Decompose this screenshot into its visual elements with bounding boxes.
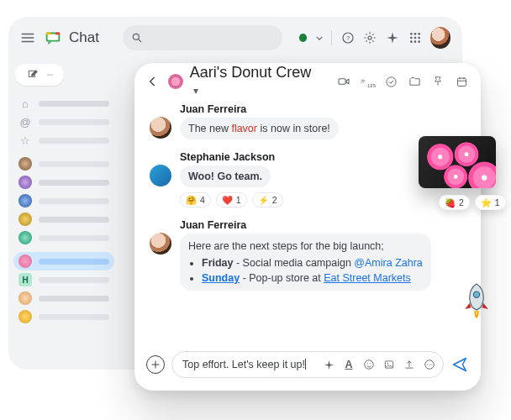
more-icon[interactable]: [423, 358, 436, 371]
avatar: [150, 117, 171, 139]
svg-rect-2: [46, 33, 51, 35]
sidebar-item[interactable]: [13, 173, 114, 192]
sidebar-item[interactable]: @: [13, 113, 114, 131]
reaction-bar: 🤗4 ❤️1 ⚡2: [180, 192, 466, 207]
reaction-chip[interactable]: ❤️1: [216, 192, 247, 207]
pin-icon[interactable]: [430, 74, 445, 89]
files-icon[interactable]: [407, 74, 422, 89]
list-item-day: Friday: [202, 257, 234, 269]
reaction-emoji: 🍓: [445, 197, 456, 208]
svg-point-20: [361, 80, 363, 81]
reaction-emoji: 🤗: [186, 195, 197, 206]
chat-logo-icon: [44, 29, 62, 47]
reaction-count: 1: [236, 195, 241, 205]
sidebar-item[interactable]: H: [13, 270, 114, 289]
sidebar: ━ ⌂ @ ☆ H: [8, 59, 119, 370]
video-call-icon[interactable]: [336, 74, 351, 89]
search-icon: [131, 32, 143, 44]
sidebar-item[interactable]: [13, 289, 114, 307]
message-list-items: Friday - Social media campaign @Amira Za…: [202, 255, 423, 286]
compose-button[interactable]: ━: [15, 64, 64, 86]
apps-grid-icon[interactable]: [408, 30, 422, 45]
room-avatar-icon: [168, 74, 183, 89]
format-icon[interactable]: A: [342, 358, 356, 371]
sidebar-item[interactable]: [13, 192, 114, 210]
sidebar-letter-avatar: H: [18, 273, 32, 286]
room-title[interactable]: Aari's Donut Crew ▾: [190, 64, 323, 99]
attached-image-thumb[interactable]: [419, 136, 496, 188]
list-item-day: Sunday: [202, 272, 240, 284]
plus-icon: [150, 360, 161, 370]
list-item-tail: - Social media campaign: [234, 257, 355, 269]
message-text-part: is now in store!: [257, 123, 330, 134]
sidebar-item[interactable]: [13, 228, 114, 247]
compose-input[interactable]: Top effort. Let's keep it up! A: [171, 351, 444, 378]
avatar: [150, 233, 171, 255]
svg-point-12: [410, 37, 413, 39]
search-input[interactable]: [123, 25, 282, 50]
menu-icon[interactable]: [20, 30, 35, 45]
attach-button[interactable]: [146, 355, 165, 374]
current-user-avatar[interactable]: [430, 27, 450, 49]
svg-point-10: [414, 33, 416, 35]
members-count: 125: [367, 83, 376, 88]
gemini-icon[interactable]: [386, 30, 400, 45]
reaction-chip[interactable]: ⭐1: [475, 195, 506, 210]
svg-point-35: [431, 364, 432, 365]
compose-text-value: Top effort. Let's keep it up!: [182, 359, 305, 370]
svg-line-5: [139, 39, 141, 42]
svg-text:?: ?: [346, 34, 350, 42]
reaction-chip[interactable]: ⚡2: [252, 192, 283, 207]
sidebar-item[interactable]: [13, 307, 114, 326]
help-icon[interactable]: ?: [340, 30, 355, 45]
conversation-card: Aari's Donut Crew ▾ 125 Juan Ferreira Th…: [134, 63, 481, 391]
message-author: Juan Ferreira: [180, 103, 466, 115]
tasks-icon[interactable]: [383, 74, 398, 89]
settings-icon[interactable]: [363, 30, 377, 45]
mention-link[interactable]: @Amira Zahra: [354, 257, 422, 269]
room-action-bar: 125: [336, 74, 469, 89]
sidebar-item[interactable]: [13, 155, 114, 173]
svg-point-27: [365, 360, 374, 370]
calendar-icon[interactable]: [454, 74, 469, 89]
app-title: Chat: [69, 29, 99, 46]
svg-point-22: [386, 76, 395, 86]
svg-rect-3: [55, 33, 61, 35]
svg-point-31: [387, 363, 388, 365]
app-header: Chat ?: [8, 17, 462, 59]
sidebar-item-current-room[interactable]: [13, 252, 114, 270]
gemini-icon[interactable]: [322, 358, 335, 371]
sidebar-item[interactable]: ☆: [13, 131, 114, 150]
chevron-down-icon: ▾: [193, 85, 198, 97]
svg-point-4: [133, 34, 139, 39]
inline-link[interactable]: Eat Street Markets: [324, 272, 411, 284]
message: Juan Ferreira Here are the next steps fo…: [150, 219, 466, 291]
message-highlight: flavor: [231, 123, 257, 134]
sidebar-item[interactable]: ⌂: [13, 94, 114, 113]
reaction-count: 2: [459, 197, 464, 207]
compose-text: Top effort. Let's keep it up!: [182, 359, 315, 370]
avatar: [150, 165, 171, 186]
list-item: Sunday - Pop-up store at Eat Street Mark…: [202, 270, 423, 286]
svg-point-8: [368, 36, 371, 39]
reaction-chip[interactable]: 🤗4: [180, 192, 211, 207]
mentions-icon: @: [18, 116, 32, 129]
sidebar-item[interactable]: [13, 210, 114, 228]
send-button[interactable]: [450, 355, 469, 374]
starred-icon: ☆: [18, 134, 32, 147]
upload-icon[interactable]: [403, 358, 416, 371]
emoji-icon[interactable]: [362, 358, 376, 371]
svg-rect-1: [48, 34, 59, 39]
status-caret-icon[interactable]: [315, 30, 323, 45]
reaction-chip[interactable]: 🍓2: [439, 195, 470, 210]
message-bubble: Here are the next steps for the big laun…: [180, 234, 431, 291]
svg-point-11: [418, 33, 420, 35]
svg-point-14: [418, 37, 420, 39]
message-bubble: Woo! Go team.: [180, 165, 271, 187]
svg-point-13: [414, 37, 416, 39]
message-author: Juan Ferreira: [180, 219, 466, 231]
members-icon[interactable]: 125: [360, 74, 375, 89]
status-dot-icon[interactable]: [299, 34, 307, 42]
back-button[interactable]: [146, 74, 161, 89]
image-icon[interactable]: [382, 358, 396, 371]
